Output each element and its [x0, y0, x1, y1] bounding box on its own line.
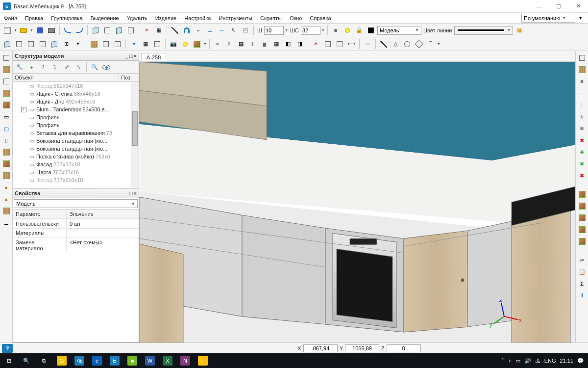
add-node-icon[interactable]: + — [26, 62, 37, 73]
view-top-button[interactable] — [25, 39, 36, 50]
select-rect-button[interactable]: ◰ — [240, 25, 251, 36]
color-swatch-button[interactable] — [366, 25, 376, 36]
r-sigma-icon[interactable]: Σ — [577, 279, 587, 289]
assemble2-button[interactable] — [334, 39, 345, 50]
structure-tree[interactable]: ▭Фасад 562x347x18▭Ящик - Стенка 68x446x1… — [13, 82, 139, 188]
view-opt-button[interactable] — [152, 39, 163, 50]
dropdown-arrow-icon[interactable]: ▼ — [30, 28, 33, 32]
panel3-icon[interactable] — [1, 77, 11, 86]
viewport-canvas[interactable]: x z y — [139, 62, 575, 342]
r-redx-icon[interactable]: ✖ — [577, 135, 587, 145]
menu-help[interactable]: Справка — [306, 13, 335, 23]
coord-y-input[interactable] — [345, 344, 379, 352]
r-redx2-icon[interactable]: ✖ — [577, 171, 587, 181]
profile-icon[interactable]: ▭ — [1, 112, 11, 122]
start-button[interactable]: ⊞ — [0, 353, 18, 368]
r-mat-x-icon[interactable] — [577, 213, 587, 223]
draw-arc-button[interactable]: ⌒ — [425, 39, 436, 50]
search-icon[interactable]: 🔍 — [18, 353, 35, 368]
r-screw2-icon[interactable]: ≋ — [577, 124, 587, 133]
tree-row[interactable]: ▭Профиль — [13, 121, 139, 129]
viewport-tab[interactable]: А-258 — [141, 53, 166, 61]
tree-row[interactable]: ▭Фасад 737x35x18 — [13, 160, 139, 168]
r-add-wood-icon[interactable] — [577, 65, 587, 75]
menu-edit[interactable]: Правка — [21, 13, 47, 23]
panel-close-icon[interactable]: × — [134, 53, 137, 59]
material-hidden-button[interactable] — [112, 39, 123, 50]
magnet-button[interactable] — [181, 25, 192, 36]
menu-product[interactable]: Изделие — [151, 13, 181, 23]
palette-button[interactable]: ▦ — [514, 25, 525, 36]
props-row[interactable]: Замена материало<Нет схемы> — [13, 238, 139, 253]
width-input[interactable] — [264, 26, 284, 35]
menu-tools[interactable]: Инструменты — [215, 13, 256, 23]
view-persp-button[interactable] — [49, 39, 60, 50]
explorer-icon[interactable]: 🗂 — [53, 353, 71, 368]
space-h-button[interactable]: ⫼ — [259, 39, 270, 50]
dropdown-arrow-icon[interactable]: ▼ — [14, 28, 17, 32]
dropdown-arrow-icon[interactable]: ▼ — [321, 28, 325, 32]
new-button[interactable] — [2, 25, 13, 36]
tree-row[interactable]: ▭Царга 763x85x16 — [13, 168, 139, 176]
panel-maximize-icon[interactable]: □ — [129, 53, 133, 59]
tray-net-icon[interactable]: 🖧 — [535, 358, 540, 364]
menu-select[interactable]: Выделение — [86, 13, 122, 23]
view-iso-button[interactable] — [2, 39, 13, 50]
tray-vol-icon[interactable]: 🔊 — [524, 358, 531, 364]
width-s-input[interactable] — [301, 26, 320, 35]
tray-bt-icon[interactable]: ᚼ — [508, 358, 512, 364]
view-grid-button[interactable]: ▦ — [140, 39, 151, 50]
explode-button[interactable]: ✶ — [311, 39, 321, 50]
tree-row[interactable]: ▭Профиль — [13, 113, 139, 121]
grid-button[interactable]: ▦ — [153, 25, 164, 36]
coord-z-input[interactable] — [387, 344, 421, 352]
help-button[interactable]: ? — [2, 344, 13, 353]
app3-icon[interactable]: ⚡ — [194, 353, 212, 368]
tree-row[interactable]: ▭Фасад 562x347x18 — [13, 82, 139, 90]
dropdown-arrow-icon[interactable]: ▼ — [285, 28, 288, 32]
cone-icon[interactable]: ▲ — [1, 194, 11, 204]
expand-all-icon[interactable]: ⤢ — [61, 62, 72, 73]
panel-minimize-icon[interactable]: _ — [125, 53, 128, 59]
draw-hex-button[interactable] — [414, 39, 424, 50]
tree-row[interactable]: ▭Боковина стандартная (мо... — [13, 145, 139, 153]
tray-time[interactable]: 21:11 — [560, 358, 573, 364]
word-icon[interactable]: W — [141, 353, 159, 368]
tree-row[interactable]: ▭Ящик - Дно 492x458x16 — [13, 98, 139, 105]
cube2-button[interactable] — [102, 25, 113, 36]
view-axis-button[interactable]: ✦ — [128, 39, 139, 50]
assemble-button[interactable] — [322, 39, 333, 50]
frame-icon[interactable]: ▢ — [1, 124, 11, 133]
default-preset-combo[interactable]: По умолчанию ▼ — [521, 14, 575, 23]
camera-button[interactable]: 📷 — [168, 39, 179, 50]
print-button[interactable] — [46, 25, 57, 36]
space-v-button[interactable]: ⫴ — [247, 39, 258, 50]
r-mat4-icon[interactable] — [577, 237, 587, 246]
app2-icon[interactable]: ■ — [123, 353, 141, 368]
draw-curve-button[interactable]: 〰 — [362, 39, 373, 50]
layers-button[interactable]: ≡ — [330, 25, 341, 36]
r-clipboard-icon[interactable]: 📋 — [577, 267, 587, 277]
tree-row[interactable]: ▭Полка стяжная (мойка) 763x6 — [13, 153, 139, 160]
view-side-button[interactable] — [37, 39, 48, 50]
shelf-icon[interactable] — [1, 147, 11, 157]
r-stripes2-icon[interactable]: ≣ — [577, 88, 587, 98]
grid4-button[interactable]: ▦ — [271, 39, 282, 50]
r-plus-icon[interactable]: ✚ — [577, 147, 587, 157]
draw-circle-button[interactable] — [402, 39, 413, 50]
menu-settings[interactable]: Настройка — [180, 13, 215, 23]
coord-x-input[interactable] — [303, 344, 338, 352]
dropdown-arrow-icon[interactable]: ▼ — [203, 42, 207, 46]
axis-button[interactable]: ✴ — [142, 25, 152, 36]
box-icon[interactable] — [1, 206, 11, 216]
tree-row[interactable]: ▭Ящик - Стенка 68x446x16 — [13, 90, 139, 98]
panel4-icon[interactable] — [1, 88, 11, 98]
collapse-all-icon[interactable]: ⤡ — [73, 62, 84, 73]
open-button[interactable] — [18, 25, 29, 36]
edge-icon[interactable]: e — [88, 353, 106, 368]
linecolor-combo[interactable]: ▼ — [454, 26, 513, 35]
tray-notif-icon[interactable]: 💬 — [577, 358, 584, 364]
tree-row[interactable]: ▭Боковина стандартная (мо... — [13, 137, 139, 145]
r-mat1-icon[interactable] — [577, 189, 587, 199]
menu-file[interactable]: Файл — [0, 13, 21, 23]
